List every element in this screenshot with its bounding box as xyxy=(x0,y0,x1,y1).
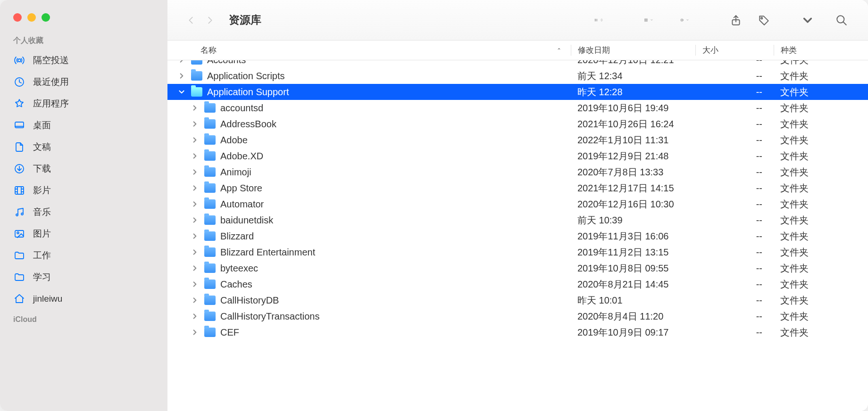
folder-icon xyxy=(191,87,202,97)
zoom-button[interactable] xyxy=(42,13,50,22)
dropdown-button[interactable] xyxy=(795,11,820,30)
share-button[interactable] xyxy=(724,11,748,30)
disclosure-triangle-icon[interactable] xyxy=(190,200,200,208)
disclosure-triangle-icon[interactable] xyxy=(177,60,186,64)
disclosure-triangle-icon[interactable] xyxy=(190,136,200,144)
column-header-date[interactable]: 修改日期 xyxy=(571,45,695,56)
disclosure-triangle-icon[interactable] xyxy=(190,168,200,176)
sidebar-item-airdrop[interactable]: 隔空投送 xyxy=(0,49,167,71)
picture-icon xyxy=(13,228,25,240)
minimize-button[interactable] xyxy=(27,13,36,22)
column-header-name[interactable]: 名称 ⌃ xyxy=(167,45,571,56)
file-date: 前天 10:39 xyxy=(571,214,695,227)
folder-icon xyxy=(204,231,216,241)
file-date: 2020年7月8日 13:33 xyxy=(571,166,695,179)
svg-rect-2 xyxy=(15,122,24,128)
file-row[interactable]: Animoji 2020年7月8日 13:33 -- 文件夹 xyxy=(167,164,868,180)
file-row[interactable]: App Store 2021年12月17日 14:15 -- 文件夹 xyxy=(167,180,868,196)
file-name: AddressBook xyxy=(220,119,276,130)
close-button[interactable] xyxy=(13,13,22,22)
tags-button[interactable] xyxy=(752,11,776,30)
file-row[interactable]: CallHistoryTransactions 2020年8月4日 11:20 … xyxy=(167,308,868,324)
file-row[interactable]: CEF 2019年10月9日 09:17 -- 文件夹 xyxy=(167,324,868,340)
file-row[interactable]: accountsd 2019年10月6日 19:49 -- 文件夹 xyxy=(167,100,868,116)
sidebar-item-documents[interactable]: 文稿 xyxy=(0,136,167,158)
disclosure-triangle-icon[interactable] xyxy=(190,312,200,320)
file-row[interactable]: Automator 2020年12月16日 10:30 -- 文件夹 xyxy=(167,196,868,212)
file-kind: 文件夹 xyxy=(774,278,868,291)
folder-icon xyxy=(204,279,216,289)
sidebar: 个人收藏 隔空投送最近使用应用程序桌面文稿下载影片音乐图片工作学习jinleiw… xyxy=(0,0,167,411)
disclosure-triangle-icon[interactable] xyxy=(190,216,200,224)
file-row[interactable]: Blizzard 2019年11月3日 16:06 -- 文件夹 xyxy=(167,228,868,244)
sidebar-item-work[interactable]: 工作 xyxy=(0,245,167,266)
sidebar-item-downloads[interactable]: 下载 xyxy=(0,158,167,180)
sidebar-item-study[interactable]: 学习 xyxy=(0,266,167,288)
disclosure-triangle-icon[interactable] xyxy=(190,280,200,288)
sidebar-section-favorites: 个人收藏 xyxy=(0,33,167,49)
file-row[interactable]: Blizzard Entertainment 2019年11月2日 13:15 … xyxy=(167,244,868,260)
film-icon xyxy=(13,184,25,197)
file-row[interactable]: AddressBook 2021年10月26日 16:24 -- 文件夹 xyxy=(167,116,868,132)
file-name: Adobe xyxy=(220,135,248,146)
file-name: Blizzard xyxy=(220,231,254,242)
file-row[interactable]: byteexec 2019年10月8日 09:55 -- 文件夹 xyxy=(167,260,868,276)
sidebar-item-home[interactable]: jinleiwu xyxy=(0,288,167,310)
disclosure-triangle-icon[interactable] xyxy=(190,248,200,256)
file-date: 2020年8月21日 14:45 xyxy=(571,278,695,291)
disclosure-triangle-icon[interactable] xyxy=(190,120,200,128)
folder-icon xyxy=(13,271,25,283)
file-name: Application Support xyxy=(207,87,289,98)
disclosure-triangle-icon[interactable] xyxy=(190,232,200,240)
file-name: Application Scripts xyxy=(207,71,285,82)
group-button[interactable] xyxy=(638,18,659,22)
file-row[interactable]: Application Support 昨天 12:28 -- 文件夹 xyxy=(167,84,868,100)
file-row[interactable]: Adobe.XD 2019年12月9日 21:48 -- 文件夹 xyxy=(167,148,868,164)
grid-icon xyxy=(644,18,648,22)
disclosure-triangle-icon[interactable] xyxy=(190,104,200,112)
disclosure-triangle-icon[interactable] xyxy=(190,184,200,192)
column-header-size[interactable]: 大小 xyxy=(695,45,774,56)
file-name: Adobe.XD xyxy=(220,151,263,162)
disclosure-triangle-icon[interactable] xyxy=(177,72,186,80)
file-date: 2020年12月16日 10:30 xyxy=(571,198,695,211)
house-icon xyxy=(13,293,25,305)
sidebar-item-recents[interactable]: 最近使用 xyxy=(0,71,167,93)
disclosure-triangle-icon[interactable] xyxy=(190,296,200,304)
sidebar-item-apps[interactable]: 应用程序 xyxy=(0,93,167,115)
folder-icon xyxy=(204,199,216,209)
file-row[interactable]: CallHistoryDB 昨天 10:01 -- 文件夹 xyxy=(167,292,868,308)
folder-icon xyxy=(204,263,216,273)
file-row[interactable]: Adobe 2022年1月10日 11:31 -- 文件夹 xyxy=(167,132,868,148)
forward-button[interactable] xyxy=(200,11,219,30)
file-row[interactable]: Caches 2020年8月21日 14:45 -- 文件夹 xyxy=(167,276,868,292)
file-size: -- xyxy=(695,71,774,82)
sidebar-item-pictures[interactable]: 图片 xyxy=(0,223,167,245)
disclosure-triangle-icon[interactable] xyxy=(177,88,186,96)
file-row[interactable]: Application Scripts 前天 12:34 -- 文件夹 xyxy=(167,68,868,84)
action-button[interactable] xyxy=(674,18,695,22)
folder-icon xyxy=(204,296,216,305)
search-button[interactable] xyxy=(829,11,854,30)
disclosure-triangle-icon[interactable] xyxy=(190,264,200,272)
disclosure-triangle-icon[interactable] xyxy=(190,329,200,336)
file-row[interactable]: baidunetdisk 前天 10:39 -- 文件夹 xyxy=(167,212,868,228)
disclosure-triangle-icon[interactable] xyxy=(190,152,200,160)
tag-icon xyxy=(758,14,770,26)
svg-point-14 xyxy=(21,213,23,215)
view-mode-button[interactable] xyxy=(588,18,609,22)
file-name: App Store xyxy=(220,183,262,194)
sidebar-item-movies[interactable]: 影片 xyxy=(0,180,167,201)
file-size: -- xyxy=(695,215,774,226)
folder-icon xyxy=(204,119,216,129)
back-button[interactable] xyxy=(182,11,200,30)
sidebar-item-label: 下载 xyxy=(33,163,51,175)
column-header-kind[interactable]: 种类 xyxy=(774,45,868,56)
file-kind: 文件夹 xyxy=(774,70,868,82)
sidebar-section-icloud: iCloud xyxy=(0,312,167,328)
sidebar-item-music[interactable]: 音乐 xyxy=(0,201,167,223)
sidebar-item-desktop[interactable]: 桌面 xyxy=(0,115,167,136)
share-icon xyxy=(730,14,742,26)
sidebar-item-label: 最近使用 xyxy=(33,76,69,88)
file-row[interactable]: Accounts 2020年12月10日 12:21 -- 文件夹 xyxy=(167,60,868,68)
